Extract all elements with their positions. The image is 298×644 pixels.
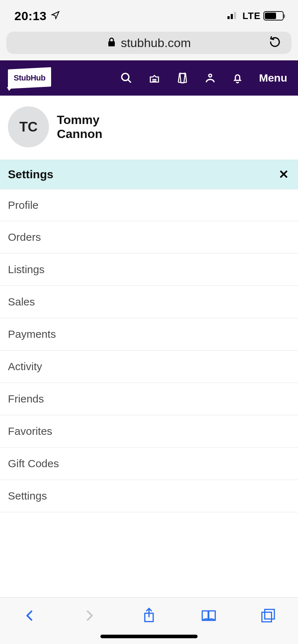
sell-ticket-icon[interactable] bbox=[148, 72, 161, 84]
brand-logo[interactable]: StubHub bbox=[8, 67, 51, 89]
app-header: StubHub Menu bbox=[0, 60, 298, 96]
network-type: LTE bbox=[243, 10, 261, 22]
close-icon[interactable]: ✕ bbox=[279, 167, 289, 181]
lock-icon bbox=[107, 37, 116, 49]
menu-item-favorites[interactable]: Favorites bbox=[0, 415, 298, 448]
svg-line-6 bbox=[128, 79, 131, 83]
browser-toolbar bbox=[0, 597, 298, 644]
address-bar[interactable]: stubhub.com bbox=[6, 32, 292, 54]
menu-item-payments[interactable]: Payments bbox=[0, 318, 298, 351]
search-icon[interactable] bbox=[120, 72, 132, 84]
settings-header: Settings ✕ bbox=[0, 160, 298, 189]
menu-item-profile[interactable]: Profile bbox=[0, 189, 298, 221]
tabs-icon[interactable] bbox=[259, 607, 277, 624]
location-arrow-icon bbox=[51, 10, 60, 21]
menu-button[interactable]: Menu bbox=[259, 72, 287, 84]
menu-item-settings[interactable]: Settings bbox=[0, 480, 298, 512]
cellular-signal-icon bbox=[227, 11, 240, 20]
svg-rect-0 bbox=[227, 16, 230, 19]
svg-rect-1 bbox=[231, 14, 233, 19]
bookmarks-icon[interactable] bbox=[200, 607, 217, 624]
refresh-icon[interactable] bbox=[269, 36, 281, 49]
menu-item-activity[interactable]: Activity bbox=[0, 351, 298, 383]
settings-menu: Profile Orders Listings Sales Payments A… bbox=[0, 189, 298, 512]
menu-item-sales[interactable]: Sales bbox=[0, 286, 298, 318]
profile-header: TC Tommy Cannon bbox=[0, 96, 298, 160]
back-icon[interactable] bbox=[21, 607, 39, 624]
svg-rect-7 bbox=[178, 73, 185, 83]
menu-item-gift-codes[interactable]: Gift Codes bbox=[0, 448, 298, 480]
bell-icon[interactable] bbox=[232, 72, 243, 84]
svg-point-9 bbox=[209, 74, 212, 77]
svg-rect-2 bbox=[234, 12, 236, 19]
svg-rect-8 bbox=[180, 73, 186, 83]
status-bar: 20:13 LTE bbox=[0, 0, 298, 32]
profile-name: Tommy Cannon bbox=[57, 113, 103, 141]
share-icon[interactable] bbox=[140, 607, 158, 624]
menu-item-orders[interactable]: Orders bbox=[0, 221, 298, 254]
avatar: TC bbox=[8, 106, 49, 147]
account-icon[interactable] bbox=[204, 72, 216, 84]
settings-title: Settings bbox=[8, 168, 53, 181]
svg-rect-4 bbox=[108, 41, 115, 46]
svg-rect-12 bbox=[265, 610, 275, 619]
address-domain: stubhub.com bbox=[121, 36, 191, 50]
menu-item-listings[interactable]: Listings bbox=[0, 254, 298, 286]
status-time: 20:13 bbox=[14, 9, 46, 23]
svg-rect-13 bbox=[262, 612, 272, 622]
menu-item-friends[interactable]: Friends bbox=[0, 383, 298, 415]
tickets-icon[interactable] bbox=[176, 72, 189, 84]
forward-icon bbox=[81, 607, 98, 624]
svg-point-5 bbox=[122, 73, 129, 80]
battery-icon bbox=[263, 11, 284, 20]
home-indicator bbox=[100, 635, 198, 638]
